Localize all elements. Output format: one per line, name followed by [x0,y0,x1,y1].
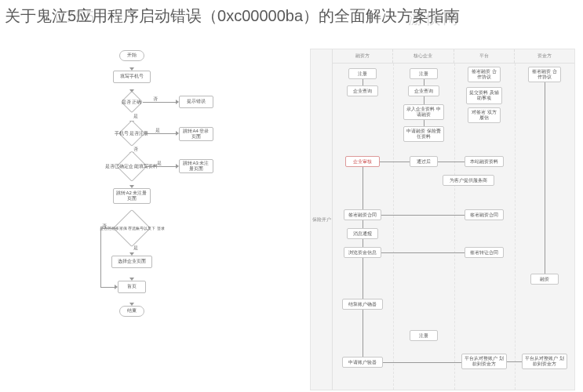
s-pass: 通过后 [410,156,438,167]
s-platform-account1: 平台从对整账户 划款到资金方 [461,354,507,369]
swimlane-container: 保险开户 融资方 核心企业 平台 资金方 注册 注册 签署融资 合作协议 签署融… [310,49,575,390]
s-settle-account: 结算账户确器 [342,299,383,310]
s-apply-audit: 申请融资 保险责任资料 [403,126,444,142]
node-jump-a4: 跳转A4 登录页面 [179,127,213,141]
swim-col-4: 资金方 [515,49,574,63]
s-input-info: 录入企业资料 申请融资 [403,104,444,120]
swimlane-row-label: 保险开户 [311,49,333,390]
s-effect: 对签署 双方履信 [468,107,501,123]
s-sign-contract2: 签署融资合同 [465,209,504,220]
node-show-error: 提示错误 [179,96,213,108]
s-view-finance: 浏览资金信息 [344,247,381,258]
s-reg3: 注册 [410,330,438,341]
label-yes-1: 是 [133,113,138,120]
node-start: 开始 [119,50,144,61]
s-confirm-msg: 消息通报 [347,228,378,239]
s-platform-account2: 平台从对整账户 划款到资金方 [522,354,567,369]
s-finance: 融资 [530,274,559,285]
s-reg1: 注册 [348,68,377,79]
s-coop1: 签署融资 合作协议 [468,67,501,82]
node-jump-a2: 跳转A2 未注册页面 [113,188,151,204]
node-select-company: 选择企业页面 [111,256,152,268]
label-yes-4: 是 [133,245,138,252]
s-check1: 企业查询 [347,85,378,96]
s-sign-transfer: 签署转让合同 [465,247,504,258]
node-check-company: 是否已确定企 能填写资料 [116,151,148,182]
node-multi-company: 是否照相多家保 存选账号以及下 登录 [113,209,151,247]
node-home: 首页 [118,281,146,293]
s-real-finance: 本站融资资料 [465,156,504,167]
node-check-correct: 是否 正确 [121,91,143,113]
s-verify-account: 申请账户验器 [342,357,383,368]
swimlane-header: 融资方 核心企业 平台 资金方 [333,49,574,64]
s-sign-contract1: 签署融资合同 [344,209,381,220]
swim-col-3: 平台 [454,49,515,63]
s-service-provider: 为客户提供服务商 [443,175,494,186]
swim-col-2: 核心企业 [393,49,454,63]
s-coop2: 签署融资 合作协议 [528,67,561,82]
node-jump-a3: 跳转A3 未注册页面 [179,159,213,173]
node-end: 结束 [119,306,144,317]
node-input-phone: 填写手机号 [113,71,151,83]
node-phone-registered: 手机号 是否注册 [118,120,145,147]
page-title: 关于鬼泣5应用程序启动错误（0xc00000ba）的全面解决方案指南 [5,5,578,27]
swim-col-1: 融资方 [333,49,393,63]
s-reg2: 注册 [410,68,438,79]
s-supply1: 提交资料 及辅助事项 [466,87,502,104]
s-audit: 企业审核 [345,156,380,167]
diagram-canvas: 开始 填写手机号 是否 正确 是 否 提示错误 手机号 是否注册 否 是 跳转A… [0,49,583,392]
s-check2: 企业查询 [408,85,439,96]
